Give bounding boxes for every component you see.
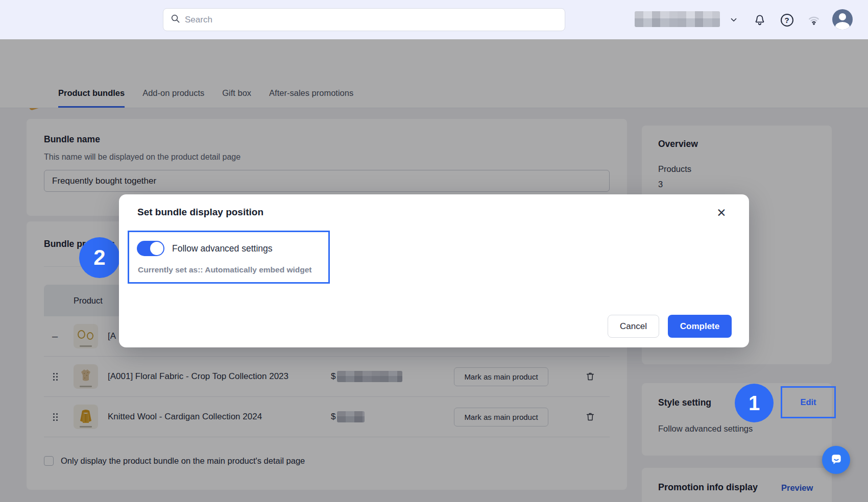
avatar-head-icon	[839, 13, 846, 20]
search-input[interactable]	[185, 15, 558, 25]
topbar: ?	[0, 0, 868, 39]
user-avatar[interactable]	[832, 9, 853, 30]
step-2-badge: 2	[79, 237, 120, 278]
search-icon	[171, 14, 180, 26]
chat-widget-button[interactable]	[822, 446, 850, 474]
store-name-redacted[interactable]	[635, 11, 720, 27]
set-bundle-display-position-modal: Set bundle display position ✕ Follow adv…	[119, 194, 749, 347]
wifi-icon[interactable]	[806, 12, 822, 28]
search-box[interactable]	[163, 8, 565, 31]
complete-button[interactable]: Complete	[668, 315, 732, 338]
style-setting-edit-link[interactable]: Edit	[800, 397, 816, 407]
help-icon[interactable]: ?	[779, 12, 794, 28]
follow-advanced-settings-toggle[interactable]	[137, 241, 164, 256]
cancel-button[interactable]: Cancel	[608, 315, 659, 338]
avatar-body-icon	[835, 22, 850, 30]
current-setting-note: Currently set as:: Automatically embed w…	[138, 265, 312, 274]
chevron-down-icon[interactable]	[726, 12, 741, 28]
step-1-badge: 1	[735, 384, 774, 422]
modal-title: Set bundle display position	[137, 207, 263, 218]
edit-annotation-box: Edit	[781, 386, 836, 418]
notification-bell-icon[interactable]	[752, 12, 767, 28]
chat-icon	[830, 453, 843, 468]
close-icon[interactable]: ✕	[714, 206, 729, 220]
toggle-label: Follow advanced settings	[172, 243, 273, 254]
toggle-annotation-box	[128, 231, 330, 284]
toggle-knob	[150, 242, 163, 255]
